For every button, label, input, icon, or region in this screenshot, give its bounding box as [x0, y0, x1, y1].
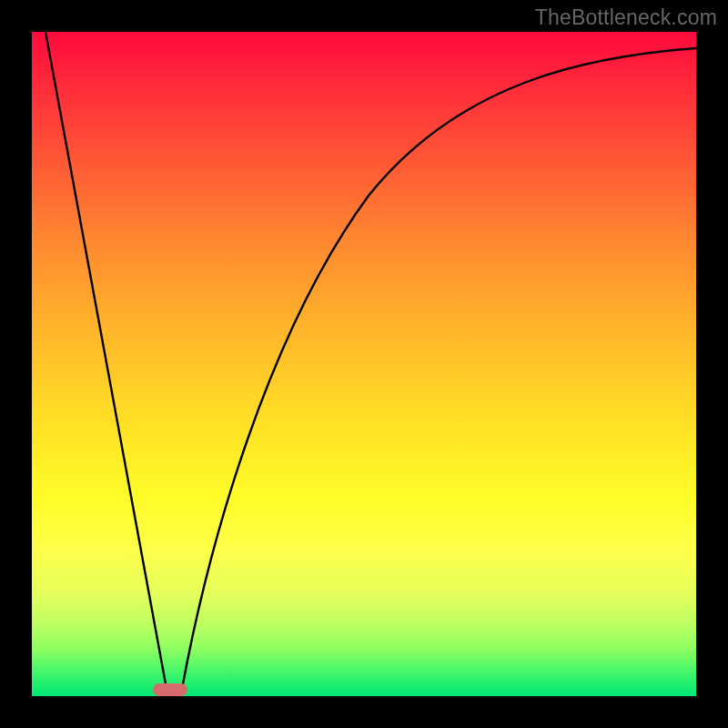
curve-left-segment: [46, 32, 167, 689]
watermark-text: TheBottleneck.com: [535, 5, 717, 30]
chart-frame: TheBottleneck.com: [0, 0, 728, 728]
dip-marker: [153, 683, 187, 696]
bottleneck-curve: [32, 32, 696, 696]
plot-area: [32, 32, 696, 696]
curve-right-segment: [182, 48, 696, 689]
